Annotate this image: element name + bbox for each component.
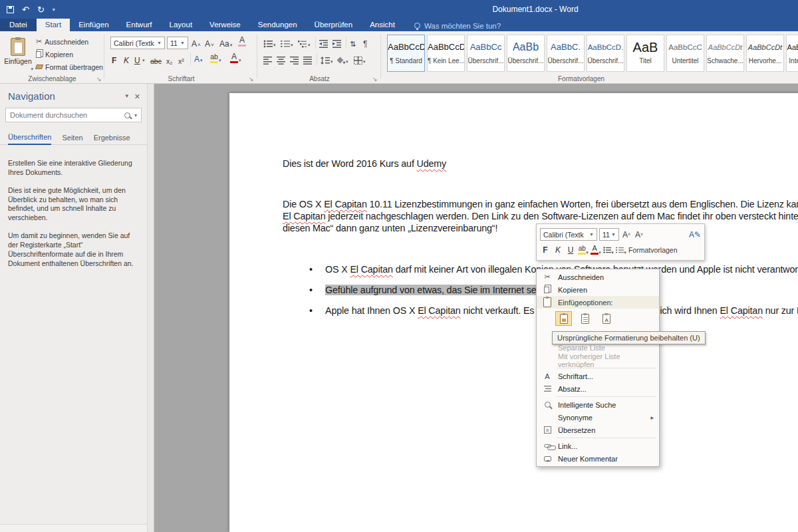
tab-einfuegen[interactable]: Einfügen <box>70 19 117 31</box>
navigation-options-arrow-icon[interactable]: ▾ <box>125 92 128 99</box>
navigation-close-icon[interactable]: ✕ <box>134 92 140 101</box>
navigation-pane-scrollbar[interactable] <box>148 84 154 532</box>
mini-numbered-list-button[interactable]: ▾ <box>616 243 626 256</box>
line-spacing-button[interactable]: ▾ <box>321 53 333 66</box>
mini-styles-flyout-button[interactable]: A✎ <box>689 228 701 241</box>
cut-button[interactable]: ✂ Ausschneiden <box>36 36 88 47</box>
highlight-color-button[interactable]: ab ▾ <box>210 52 221 65</box>
change-case-button[interactable]: Aa ▾ <box>219 37 232 49</box>
tab-layout[interactable]: Layout <box>161 19 201 31</box>
shrink-font-button[interactable]: A˅ <box>205 37 214 49</box>
justify-button[interactable] <box>303 53 312 66</box>
mini-font-family-combo[interactable]: Calibri (Textk ▼ <box>540 228 597 241</box>
underline-button[interactable]: U <box>134 53 140 66</box>
bold-button[interactable]: F <box>112 53 116 66</box>
text-effects-button[interactable]: A ▾ <box>194 52 203 65</box>
doc-paragraph-line-2[interactable]: El Capitan jederzeit nachgeschlagen werd… <box>283 210 798 223</box>
nav-tab-ergebnisse[interactable]: Ergebnisse <box>94 134 130 144</box>
mini-highlight-button[interactable]: ab ▾ <box>578 243 589 256</box>
menu-item-intelligente-suche[interactable]: Intelligente Suche <box>537 398 659 411</box>
undo-icon[interactable]: ↶ <box>22 5 29 14</box>
menu-item-cut[interactable]: ✂ Ausschneiden <box>537 271 659 283</box>
clipboard-dialog-launcher-icon[interactable]: ↘ <box>96 76 102 82</box>
mini-underline-button[interactable]: U <box>565 243 576 256</box>
search-icon[interactable] <box>124 112 130 118</box>
tab-start[interactable]: Start <box>37 19 70 31</box>
search-options-arrow-icon[interactable]: ▾ <box>134 112 137 118</box>
menu-item-uebersetzen[interactable]: a Übersetzen <box>537 424 659 436</box>
copy-button[interactable]: Kopieren <box>36 49 73 60</box>
grow-font-button[interactable]: A˄ <box>192 37 201 49</box>
align-right-button[interactable] <box>290 53 299 66</box>
navigation-scrollbar-track[interactable] <box>0 524 147 532</box>
search-input[interactable] <box>10 111 120 119</box>
numbered-list-button[interactable]: ▾ <box>281 37 293 49</box>
menu-item-link[interactable]: Link... <box>537 440 659 452</box>
style-card-ueberschrift-1[interactable]: AaBbCc Überschrif... <box>467 35 505 72</box>
mini-bold-button[interactable]: F <box>540 243 551 256</box>
style-card-kein-leerraum[interactable]: AaBbCcDc ¶ Kein Lee... <box>427 35 465 72</box>
tab-ueberpruefen[interactable]: Überprüfen <box>306 19 362 31</box>
clear-formatting-button[interactable]: A <box>238 35 246 48</box>
strikethrough-button[interactable]: abc <box>150 53 162 66</box>
style-card-ueberschrift-3[interactable]: AaBbC. Überschrif... <box>547 35 585 72</box>
dropdown-arrow-icon[interactable]: ▾ <box>142 58 145 64</box>
font-dialog-launcher-icon[interactable]: ↘ <box>249 76 254 82</box>
increase-indent-button[interactable] <box>332 37 341 49</box>
doc-bullet-2[interactable]: •Gefühle aufgrund von etwas, das Sie im … <box>309 284 552 297</box>
font-color-button[interactable]: A ▾ <box>230 52 241 65</box>
nav-tab-seiten[interactable]: Seiten <box>62 134 82 144</box>
tab-datei[interactable]: Datei <box>0 19 37 31</box>
format-painter-button[interactable]: Format übertragen <box>36 61 103 72</box>
align-left-button[interactable] <box>263 53 272 66</box>
paragraph-dialog-launcher-icon[interactable]: ↘ <box>372 76 378 82</box>
style-card-ueberschrift-4[interactable]: AaBbCcD. Überschrif... <box>587 35 624 72</box>
mini-styles-button[interactable]: Formatvorlagen <box>628 243 678 256</box>
menu-item-synonyme[interactable]: Synonyme ▸ <box>537 411 659 424</box>
customize-qat-icon[interactable]: ▾ <box>53 7 55 13</box>
doc-heading-line[interactable]: Dies ist der Word 2016 Kurs auf Udemy <box>283 158 446 170</box>
bullet-list-button[interactable]: ▾ <box>263 37 276 49</box>
paste-keep-source-formatting-button[interactable] <box>555 311 572 326</box>
tell-me-box[interactable]: Was möchten Sie tun? <box>414 19 501 31</box>
tab-entwurf[interactable]: Entwurf <box>118 19 161 31</box>
mini-font-size-combo[interactable]: 11 ▼ <box>599 228 619 241</box>
redo-icon[interactable]: ↻ <box>37 5 45 14</box>
style-card-untertitel[interactable]: AaBbCcC Untertitel <box>666 35 704 72</box>
show-paragraph-marks-button[interactable]: ¶ <box>363 37 367 49</box>
superscript-button[interactable]: x² <box>178 53 184 66</box>
subscript-button[interactable]: x₂ <box>166 53 172 66</box>
menu-item-copy[interactable]: Kopieren <box>537 283 659 296</box>
paste-button[interactable]: Einfügen ▾ <box>3 34 33 76</box>
style-card-standard[interactable]: AaBbCcDc ¶ Standard <box>387 35 425 72</box>
tab-sendungen[interactable]: Sendungen <box>249 19 306 31</box>
nav-tab-ueberschriften[interactable]: Überschriften <box>8 133 51 145</box>
multilevel-list-button[interactable]: ▾ <box>298 37 311 49</box>
mini-italic-button[interactable]: K <box>553 243 563 256</box>
font-family-combo[interactable]: Calibri (Textk ▼ <box>110 37 165 49</box>
doc-paragraph-line-3[interactable]: diesen Mac“ dann ganz unten „Lizenzverei… <box>283 222 497 235</box>
style-card-intensive[interactable]: AaBbCcDc Intensive... <box>786 35 798 72</box>
borders-button[interactable]: ▾ <box>354 53 366 66</box>
decrease-indent-button[interactable] <box>319 37 328 49</box>
mini-shrink-font-button[interactable]: A˅ <box>634 228 644 241</box>
italic-button[interactable]: K <box>124 53 129 66</box>
sort-button[interactable]: ⇅ <box>350 37 356 49</box>
font-size-combo[interactable]: 11 ▼ <box>167 37 188 49</box>
menu-item-neuer-kommentar[interactable]: Neuer Kommentar <box>537 452 659 465</box>
paste-merge-formatting-button[interactable] <box>577 311 593 326</box>
style-card-titel[interactable]: AaB Titel <box>626 35 664 72</box>
menu-item-schriftart[interactable]: A Schriftart... <box>537 370 659 382</box>
save-icon[interactable] <box>7 6 14 13</box>
doc-paragraph-line-1[interactable]: Die OS X El Capitan 10.11 Lizenzbestimmu… <box>283 198 798 211</box>
style-card-schwache-hervorhebung[interactable]: AaBbCcDt Schwache... <box>706 35 744 72</box>
document-page[interactable]: Dies ist der Word 2016 Kurs auf Udemy Di… <box>229 93 798 532</box>
style-card-hervorhebung[interactable]: AaBbCcDt Hervorhe... <box>746 35 784 72</box>
tab-verweise[interactable]: Verweise <box>201 19 249 31</box>
paste-text-only-button[interactable] <box>598 311 614 326</box>
shading-button[interactable]: ▾ <box>336 53 348 66</box>
tab-ansicht[interactable]: Ansicht <box>361 19 404 31</box>
style-card-ueberschrift-2[interactable]: AaBb Überschrif... <box>507 35 545 72</box>
align-center-button[interactable] <box>277 53 285 66</box>
menu-item-absatz[interactable]: Absatz... <box>537 382 659 395</box>
